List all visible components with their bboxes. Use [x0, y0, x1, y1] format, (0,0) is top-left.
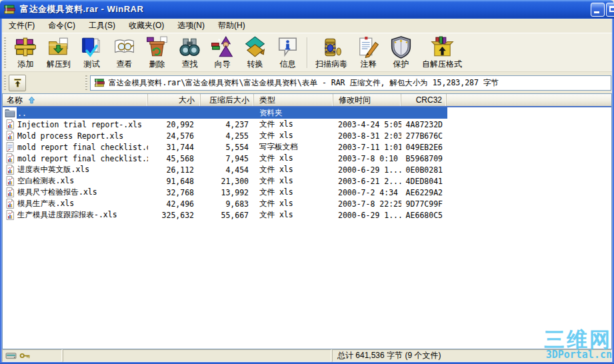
table-row[interactable]: 模具尺寸检验报告.xls32,76813,992文件 xls2000-7-2 4…	[3, 187, 611, 198]
up-one-level-button[interactable]	[9, 75, 26, 91]
toolbar-button-add[interactable]: 添加	[9, 35, 42, 71]
xls-file-icon	[5, 199, 15, 209]
cell-name: 空白检测表.xls	[17, 176, 148, 186]
add-archive-icon	[14, 36, 37, 59]
maximize-icon	[609, 6, 614, 12]
menu-item-favorites[interactable]: 收藏夹(O)	[122, 18, 171, 33]
column-header-type[interactable]: 类型	[254, 94, 333, 106]
toolbar-button-label: 添加	[18, 59, 34, 70]
table-row[interactable]: 生产模具进度跟踪报表-.xls325,63255,667文件 xls2000-6…	[3, 209, 611, 221]
column-header-name[interactable]: 名称	[3, 94, 148, 106]
toolbar-button-wizard[interactable]: 向导	[206, 35, 239, 71]
toolbar-button-sfx[interactable]: 自解压格式	[417, 35, 467, 71]
info-icon	[276, 36, 299, 59]
toolbar-button-convert[interactable]: 转换	[239, 35, 271, 71]
file-icon-cell	[3, 153, 17, 163]
cell-size: 26,112	[148, 165, 201, 175]
toolbar-button-view[interactable]: 查看	[108, 35, 141, 71]
statusbar-middle-panel	[63, 349, 331, 362]
title-bar[interactable]: 富达金模具资料.rar - WinRAR	[0, 0, 614, 19]
minimize-button[interactable]	[591, 3, 605, 17]
menu-item-command[interactable]: 命令(C)	[41, 18, 82, 33]
statusbar-icons-panel	[2, 349, 62, 362]
column-header-crc[interactable]: CRC32	[401, 94, 447, 106]
cell-packed: 21,300	[201, 177, 254, 186]
cell-crc: 4DED8041	[401, 177, 447, 186]
addressbar-grip-handle[interactable]	[4, 75, 6, 90]
cell-packed: 4,255	[201, 131, 254, 141]
table-row[interactable]: 模具生产表.xls42,4969,683文件 xls2003-7-8 22:25…	[3, 198, 611, 209]
toolbar-button-test[interactable]: 测试	[75, 35, 108, 71]
file-icon-cell	[3, 131, 17, 141]
cell-name: Mold process Report.xls	[17, 131, 148, 141]
menu-item-options[interactable]: 选项(N)	[171, 18, 211, 33]
protect-shield-icon	[389, 36, 413, 59]
window-title: 富达金模具资料.rar - WinRAR	[20, 3, 143, 15]
toolbar-button-label: 注释	[361, 59, 377, 70]
xls-file-icon	[5, 210, 15, 220]
wizard-icon	[211, 36, 234, 59]
toolbar-button-comment[interactable]: 注释	[352, 35, 385, 71]
toolbar-button-label: 解压到	[47, 59, 71, 70]
cell-crc: B5968709	[401, 154, 447, 163]
sort-ascending-icon	[28, 96, 35, 104]
toolbar-button-find[interactable]: 查找	[173, 35, 206, 71]
cell-size: 91,648	[148, 177, 201, 186]
table-row[interactable]: mold report final checklist.doc31,7445,5…	[3, 141, 611, 153]
toolbar-grip-handle[interactable]	[4, 37, 6, 68]
xls-file-icon	[5, 165, 15, 175]
cell-size: 325,632	[148, 211, 201, 220]
cell-packed: 13,992	[201, 188, 254, 197]
delete-icon	[145, 36, 169, 59]
maximize-button[interactable]	[606, 3, 614, 17]
toolbar-button-label: 删除	[149, 59, 165, 70]
table-row[interactable]: 空白检测表.xls91,64821,300文件 xls2003-6-21 2..…	[3, 175, 611, 187]
cell-crc: 4A87232D	[401, 120, 447, 129]
menu-item-tools[interactable]: 工具(S)	[82, 18, 122, 33]
key-icon[interactable]	[19, 351, 31, 361]
cell-type: 文件 xls	[254, 165, 333, 175]
toolbar-button-virus[interactable]: 扫描病毒	[311, 35, 352, 71]
cell-name: 模具生产表.xls	[17, 199, 148, 209]
cell-modified: 2003-7-11 1:01	[333, 143, 401, 152]
cell-size: 24,576	[148, 131, 201, 141]
file-icon-cell	[3, 187, 17, 197]
cell-modified: 2000-6-29 1...	[333, 165, 401, 175]
winrar-window: 富达金模具资料.rar - WinRAR 文件(F)命令(C)工具(S)收藏夹(…	[0, 0, 614, 364]
file-icon-cell	[3, 165, 17, 175]
toolbar-button-label: 查看	[117, 59, 133, 70]
toolbar-button-protect[interactable]: 保护	[385, 35, 417, 71]
menu-item-file[interactable]: 文件(F)	[2, 18, 41, 33]
table-row[interactable]: Mold process Report.xls24,5764,255文件 xls…	[3, 130, 611, 141]
toolbar-separator	[307, 37, 308, 68]
cell-crc: 049EB2E6	[401, 143, 447, 152]
file-icon-cell	[3, 142, 17, 152]
drive-icon[interactable]	[5, 351, 17, 361]
xls-file-icon	[5, 187, 15, 197]
cell-modified: 2003-8-31 2:03	[333, 131, 401, 141]
convert-icon	[243, 36, 267, 59]
table-row[interactable]: Injection trial report-.xls20,9924,237文件…	[3, 119, 611, 130]
cell-name: Injection trial report-.xls	[17, 120, 148, 129]
toolbar-button-delete[interactable]: 删除	[141, 35, 173, 71]
table-row[interactable]: mold report final checklist.xls45,5687,9…	[3, 153, 611, 164]
toolbar-button-extract[interactable]: 解压到	[42, 35, 75, 71]
menu-item-help[interactable]: 帮助(H)	[211, 18, 252, 33]
column-header-filler	[447, 94, 611, 106]
doc-file-icon	[5, 142, 15, 152]
addressbar-grip-handle-2[interactable]	[85, 75, 87, 90]
toolbar-button-label: 查找	[182, 59, 198, 70]
cell-type: 文件 xls	[254, 176, 333, 186]
column-header-label: 类型	[259, 95, 275, 106]
comment-icon	[357, 36, 380, 59]
column-header-size[interactable]: 大小	[148, 94, 201, 106]
toolbar-button-info[interactable]: 信息	[271, 35, 304, 71]
table-row-selected[interactable]: ..资料夹	[3, 107, 611, 119]
table-row[interactable]: 进度表中英文版.xls26,1124,454文件 xls2000-6-29 1.…	[3, 164, 611, 175]
column-header-modified[interactable]: 修改时间	[333, 94, 401, 106]
column-header-label: CRC32	[416, 95, 442, 105]
archive-path-field[interactable]: 富达金模具资料.rar\富达金模具资料\富达金模具资料\表单 - RAR 压缩文…	[90, 75, 611, 91]
file-icon-cell	[3, 176, 17, 186]
cell-packed: 4,454	[201, 165, 254, 175]
column-header-packed[interactable]: 压缩后大小	[201, 94, 254, 106]
